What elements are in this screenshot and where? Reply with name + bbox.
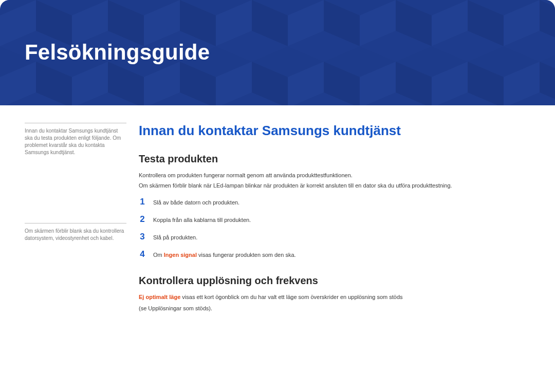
banner-title: Felsökningsguide — [25, 40, 210, 65]
paragraph-highlight: Ej optimalt läge — [139, 294, 180, 300]
step-text: Slå på produkten. — [153, 234, 197, 240]
banner: Felsökningsguide — [0, 0, 555, 105]
section-heading: Testa produkten — [139, 153, 530, 165]
content-area: Innan du kontaktar Samsungs kundtjänst s… — [0, 105, 555, 312]
step-number: 1 — [139, 197, 146, 207]
document-page: Felsökningsguide Innan du kontaktar Sams… — [0, 0, 555, 392]
step-text: Slå av både datorn och produkten. — [153, 199, 239, 206]
paragraph: Ej optimalt läge visas ett kort ögonblic… — [139, 293, 530, 301]
divider — [25, 123, 126, 123]
step-text-suffix: visas fungerar produkten som den ska. — [197, 252, 296, 258]
page-title: Innan du kontaktar Samsungs kundtjänst — [139, 123, 530, 139]
step-number: 4 — [139, 249, 146, 259]
step-text-prefix: Om — [153, 252, 164, 258]
paragraph: Om skärmen förblir blank när LEd-lampan … — [139, 181, 530, 190]
side-note-2-text: Om skärmen förblir blank ska du kontroll… — [25, 228, 124, 241]
step-number: 3 — [139, 232, 146, 242]
divider — [25, 223, 126, 223]
section-test-product: Testa produkten Kontrollera om produkten… — [139, 153, 530, 259]
step-item: 3 Slå på produkten. — [139, 232, 530, 242]
step-text-highlight: Ingen signal — [164, 252, 197, 258]
section-resolution-frequency: Kontrollera upplösning och frekvens Ej o… — [139, 275, 530, 312]
steps-list: 1 Slå av både datorn och produkten. 2 Ko… — [139, 197, 530, 259]
step-text: Koppla från alla kablarna till produkten… — [153, 217, 251, 223]
section-heading: Kontrollera upplösning och frekvens — [139, 275, 530, 287]
sidebar: Innan du kontaktar Samsungs kundtjänst s… — [25, 123, 126, 312]
paragraph: (se Upplösningar som stöds). — [139, 304, 530, 312]
side-note-2: Om skärmen förblir blank ska du kontroll… — [25, 223, 126, 242]
step-item: 1 Slå av både datorn och produkten. — [139, 197, 530, 207]
step-text: Om Ingen signal visas fungerar produkten… — [153, 252, 296, 258]
paragraph-suffix: visas ett kort ögonblick om du har valt … — [180, 294, 402, 300]
step-number: 2 — [139, 214, 146, 225]
step-item: 2 Koppla från alla kablarna till produkt… — [139, 214, 530, 225]
paragraph: Kontrollera om produkten fungerar normal… — [139, 171, 530, 179]
side-note-1: Innan du kontaktar Samsungs kundtjänst s… — [25, 123, 126, 156]
main-content: Innan du kontaktar Samsungs kundtjänst T… — [139, 123, 530, 312]
side-note-1-text: Innan du kontaktar Samsungs kundtjänst s… — [25, 128, 121, 155]
step-item: 4 Om Ingen signal visas fungerar produkt… — [139, 249, 530, 259]
